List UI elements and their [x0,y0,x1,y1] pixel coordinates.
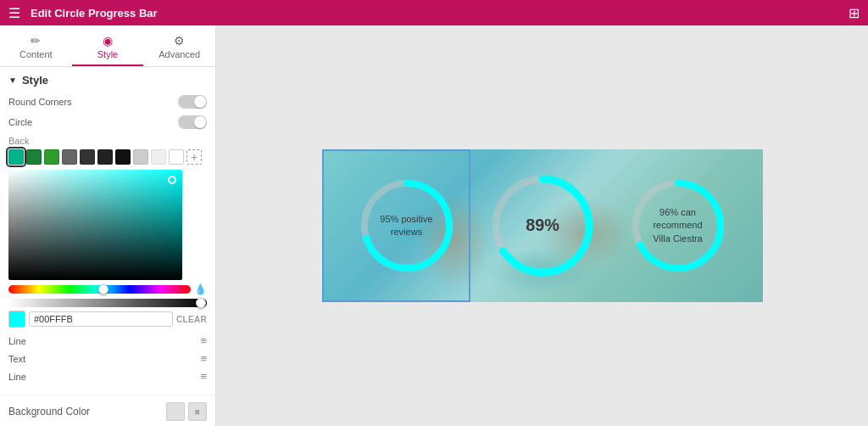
content-icon: ✏ [31,34,41,48]
swatch-verylightgray[interactable] [151,149,166,165]
round-corners-label: Round Corners [8,97,72,107]
left-panel: ✏ Content ◉ Style ⚙ Advanced ▼ Style Rou… [0,25,216,426]
tab-style[interactable]: ◉ Style [72,31,144,66]
swatch-green[interactable] [26,149,42,165]
swatch-gray[interactable] [62,149,77,165]
list-icon-2[interactable]: ≡ [200,352,207,365]
swatch-teal[interactable] [8,149,24,165]
circle-item-1[interactable]: 95% positivereviews [348,162,466,289]
opacity-thumb [196,298,206,308]
circle-toggle[interactable] [178,115,207,129]
swatch-green2[interactable] [44,149,59,165]
style-icon: ◉ [103,34,113,48]
swatch-lightgray[interactable] [133,149,148,165]
bg-color-buttons: ≡ [166,402,207,421]
hex-input[interactable]: #00FFFB [29,311,173,327]
list-icon-3[interactable]: ≡ [200,370,207,383]
bg-color-swatch[interactable] [166,402,185,421]
advanced-icon: ⚙ [174,34,185,48]
color-gradient[interactable] [8,170,182,280]
circle-text-1: 95% positivereviews [356,175,458,277]
tabs: ✏ Content ◉ Style ⚙ Advanced [0,25,215,67]
chevron-icon[interactable]: ▼ [8,76,17,85]
tab-content-label: Content [19,49,53,59]
color-picker: 💧 #00FFFB CLEAR [8,170,207,328]
list-icon-1[interactable]: ≡ [200,334,207,347]
circle-progress-1: 95% positivereviews [356,175,458,277]
hue-thumb [98,284,108,294]
line-setting-1: Line ≡ [8,334,207,347]
main-layout: ✏ Content ◉ Style ⚙ Advanced ▼ Style Rou… [0,25,868,426]
circle-text-2: 89% [487,170,598,282]
line-label: Line [8,336,26,346]
clear-button[interactable]: CLEAR [176,315,207,324]
circles-container: 95% positivereviews 89% [322,149,763,302]
bg-color-label: Background Color [8,406,90,418]
menu-icon[interactable]: ☰ [8,5,20,21]
circle-label: Circle [8,117,32,127]
line2-label: Line [8,372,26,382]
tab-content[interactable]: ✏ Content [0,31,72,66]
text-label: Text [8,354,25,364]
text-setting: Text ≡ [8,352,207,365]
style-section: ▼ Style Round Corners Circle Back [0,67,215,395]
swatch-white[interactable] [169,149,184,165]
add-swatch-button[interactable]: + [186,149,202,165]
tab-advanced-label: Advanced [159,49,200,59]
round-corners-row: Round Corners [8,95,207,109]
toggle-thumb [194,96,206,108]
circle-toggle-thumb [194,116,206,128]
circle-row: Circle [8,115,207,129]
widget-preview: 95% positivereviews 89% [322,149,763,302]
bg-color-list[interactable]: ≡ [188,402,207,421]
gradient-black [8,170,182,280]
tab-advanced[interactable]: ⚙ Advanced [143,31,215,66]
eyedropper-icon[interactable]: 💧 [194,283,207,295]
swatch-verydark[interactable] [97,149,113,165]
round-corners-toggle[interactable] [178,95,207,109]
header: ☰ Edit Circle Progress Bar ⊞ [0,0,868,25]
hue-slider-container: 💧 [8,283,207,295]
opacity-slider-container [8,299,207,307]
circle-text-3: 96% canrecommendVilla Ciestra [627,175,729,277]
hue-slider[interactable] [8,285,191,294]
circle-item-3[interactable]: 96% canrecommendVilla Ciestra [619,162,737,289]
hex-row: #00FFFB CLEAR [8,311,207,328]
section-title: Style [22,74,48,87]
swatch-darkgray[interactable] [80,149,95,165]
tab-style-label: Style [97,49,118,59]
circle-item-2[interactable]: 89% [477,156,608,296]
canvas-area[interactable]: 95% positivereviews 89% [216,25,868,426]
line-setting-2: Line ≡ [8,370,207,383]
back-label: Back [8,136,207,146]
swatch-almostblack[interactable] [115,149,131,165]
grid-icon[interactable]: ⊞ [849,5,860,21]
section-header: ▼ Style [8,74,207,87]
color-swatches: + [8,149,207,165]
header-title: Edit Circle Progress Bar [31,7,849,20]
opacity-slider[interactable] [8,299,207,307]
circle-progress-3: 96% canrecommendVilla Ciestra [627,175,729,277]
color-preview [8,311,25,328]
circle-progress-2: 89% [487,170,598,282]
bg-color-row: Background Color ≡ [0,395,215,426]
